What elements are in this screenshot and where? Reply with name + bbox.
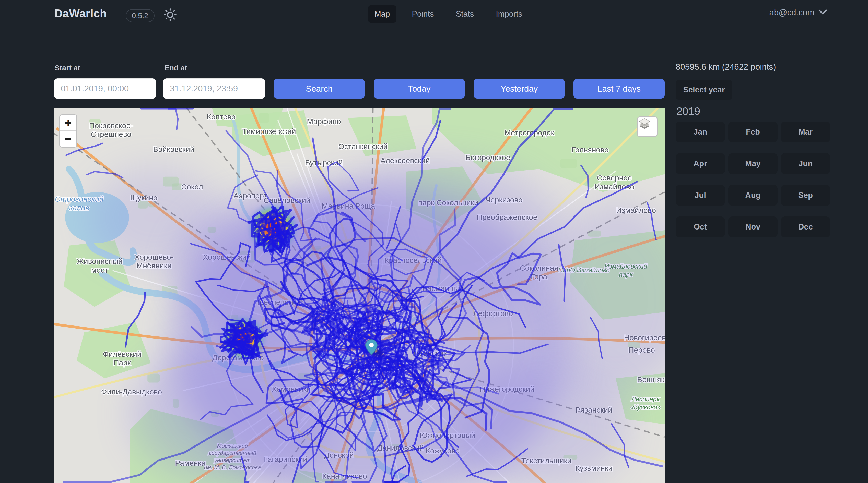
map-label: Филёвский — [103, 350, 142, 358]
select-year-button[interactable]: Select year — [676, 79, 732, 100]
yesterday-button[interactable]: Yesterday — [474, 79, 565, 99]
map-label: Северное — [597, 173, 632, 182]
chevron-down-icon — [818, 9, 827, 16]
zoom-out-button[interactable]: − — [60, 131, 76, 147]
map-label: Стрешнево — [91, 130, 131, 138]
end-at-label: End at — [164, 64, 187, 72]
month-button-oct[interactable]: Oct — [676, 217, 725, 237]
map-label: Тимирязевский — [242, 127, 296, 135]
month-button-jun[interactable]: Jun — [781, 153, 830, 174]
year-heading: 2019 — [676, 105, 700, 118]
tab-imports[interactable]: Imports — [489, 5, 529, 23]
main-nav: Map Points Stats Imports — [368, 5, 529, 23]
zoom-in-button[interactable]: + — [60, 115, 76, 131]
map-label: Живописный — [76, 257, 123, 265]
version-badge: 0.5.2 — [126, 9, 155, 22]
theme-toggle-button[interactable] — [162, 7, 179, 24]
tab-map[interactable]: Map — [368, 5, 397, 23]
tab-points[interactable]: Points — [405, 5, 440, 23]
map-label: Марфино — [307, 117, 341, 126]
today-button[interactable]: Today — [374, 79, 465, 99]
month-button-may[interactable]: May — [728, 153, 778, 174]
map-label: Лесопарк — [631, 395, 660, 402]
search-button[interactable]: Search — [274, 79, 365, 99]
tab-stats[interactable]: Stats — [449, 5, 480, 23]
start-date-input[interactable] — [54, 78, 156, 99]
map-label: Богородское — [465, 153, 510, 162]
end-date-input[interactable] — [163, 78, 265, 99]
map-label: Гольяново — [571, 146, 609, 154]
map-label: Покровское- — [89, 121, 133, 130]
month-button-mar[interactable]: Mar — [781, 122, 830, 142]
start-at-label: Start at — [55, 64, 80, 72]
month-button-sep[interactable]: Sep — [781, 185, 830, 206]
user-email: ab@cd.com — [769, 8, 814, 18]
sidebar-divider — [676, 244, 829, 244]
month-button-jul[interactable]: Jul — [676, 185, 725, 206]
last-7-days-button[interactable]: Last 7 days — [574, 79, 665, 99]
map-label: Войковский — [153, 145, 194, 154]
month-button-dec[interactable]: Dec — [781, 217, 830, 237]
app-title: DaWarIch — [54, 7, 107, 20]
month-button-nov[interactable]: Nov — [728, 217, 778, 237]
map-label: залив — [69, 203, 89, 212]
map-tiles: КоптевоТимирязевскийМарфиноПокровское-Ст… — [54, 108, 665, 483]
month-button-feb[interactable]: Feb — [728, 122, 778, 142]
month-button-aug[interactable]: Aug — [728, 185, 778, 206]
month-button-apr[interactable]: Apr — [676, 153, 725, 174]
map-label: Коптево — [207, 112, 236, 121]
map-label: Парк — [114, 358, 131, 367]
months-grid: JanFebMarAprMayJunJulAugSepOctNovDec — [676, 122, 830, 237]
distance-summary: 80595.6 km (24622 points) — [676, 62, 776, 72]
map-canvas[interactable]: КоптевоТимирязевскийМарфиноПокровское-Ст… — [54, 108, 665, 483]
map-label: Останкинский — [338, 142, 388, 151]
month-button-jan[interactable]: Jan — [676, 122, 725, 142]
map-label: «Кусково» — [630, 404, 660, 411]
sun-icon — [163, 8, 177, 23]
map-zoom-control: + − — [59, 115, 77, 148]
layers-control[interactable] — [637, 117, 657, 137]
map-label: мост — [91, 266, 108, 274]
user-menu[interactable]: ab@cd.com — [769, 8, 827, 18]
